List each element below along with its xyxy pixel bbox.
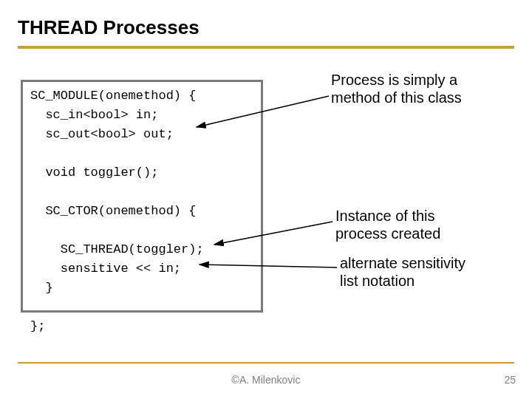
title-underline: [18, 46, 514, 49]
footer-author: ©A. Milenkovic: [0, 374, 532, 386]
annotation-process-method: Process is simply a method of this class: [331, 71, 486, 106]
footer-rule: [18, 362, 514, 364]
code-box: SC_MODULE(onemethod) { sc_in<bool> in; s…: [21, 80, 263, 313]
annotation-instance-created: Instance of this process created: [335, 207, 483, 242]
slide-title: THREAD Processes: [18, 16, 200, 39]
annotation-sensitivity-notation: alternate sensitivity list notation: [340, 254, 488, 290]
page-number: 25: [504, 374, 516, 386]
